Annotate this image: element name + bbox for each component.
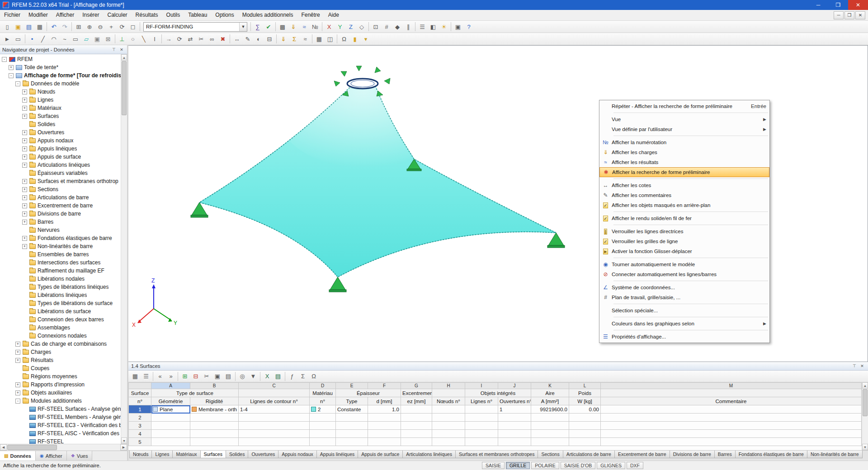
sheet-tab-surfaces[interactable]: Surfaces xyxy=(200,451,226,458)
grid-cell[interactable] xyxy=(190,438,239,446)
sheet-tab-surfaces-et-membranes-orthotropes[interactable]: Surfaces et membranes orthotropes xyxy=(455,451,538,458)
navigator-vertical-scrollbar[interactable]: ▲ ▼ xyxy=(121,54,127,444)
expand-icon[interactable]: + xyxy=(22,163,27,168)
grid-cell[interactable] xyxy=(432,422,465,430)
grid-cell[interactable]: Plane xyxy=(151,405,190,414)
expand-icon[interactable]: + xyxy=(22,89,27,94)
mdi-minimize-button[interactable]: ─ xyxy=(834,11,844,19)
select-mode-icon[interactable]: ► xyxy=(2,34,13,44)
chevron-down-icon[interactable]: ▼ xyxy=(239,23,247,31)
context-item-plan-de-travail-grille-saisie[interactable]: #Plan de travail, grille/saisie, ... xyxy=(599,292,769,302)
tree-item-coupes[interactable]: Coupes xyxy=(0,364,121,372)
tree-item-rapports-d-impression[interactable]: +Rapports d'impression xyxy=(0,381,121,389)
expand-icon[interactable]: + xyxy=(15,350,20,355)
grid-cell[interactable] xyxy=(531,430,569,438)
imperfection-icon[interactable]: ≈ xyxy=(300,34,311,44)
delete-row-icon[interactable]: ⊟ xyxy=(190,371,201,381)
sheet-tab-fondations-elastiques-de-barre[interactable]: Fondations élastiques de barre xyxy=(735,451,807,458)
expand-icon[interactable]: + xyxy=(22,244,27,249)
sheet-tab-ouvertures[interactable]: Ouvertures xyxy=(248,451,278,458)
grid-cell[interactable]: 1.0 xyxy=(368,405,401,414)
grid-cell[interactable] xyxy=(190,414,239,422)
expand-icon[interactable]: + xyxy=(22,114,27,119)
row-header-3[interactable]: 3 xyxy=(129,422,151,430)
expand-icon[interactable]: + xyxy=(22,236,27,241)
grid-cell[interactable] xyxy=(190,422,239,430)
tree-item-objets-auxiliaires[interactable]: +Objets auxiliaires xyxy=(0,389,121,397)
grid-cell[interactable]: 0.00 xyxy=(569,405,601,414)
context-item-vue-definie-par-l-utilisateur[interactable]: Vue définie par l'utilisateur▶ xyxy=(599,124,769,134)
new-window-icon[interactable]: ▣ xyxy=(453,22,463,32)
insert-row-icon[interactable]: ⊞ xyxy=(179,371,190,381)
tree-item-articulations-lineiques[interactable]: +Articulations linéiques xyxy=(0,161,121,169)
zoom-in-icon[interactable]: ⊕ xyxy=(84,22,95,32)
grid-cell[interactable] xyxy=(239,430,310,438)
tree-item-modules-additionnels[interactable]: -Modules additionnels xyxy=(0,397,121,405)
grid-cell[interactable] xyxy=(368,438,401,446)
display-properties-icon[interactable]: ☰ xyxy=(417,22,428,32)
scroll-down-icon[interactable]: ▼ xyxy=(862,444,868,450)
calculate-all-icon[interactable]: ∑ xyxy=(252,22,263,32)
sheet-tab-articulations-de-barre[interactable]: Articulations de barre xyxy=(563,451,615,458)
find-in-table-icon[interactable]: ◎ xyxy=(237,371,248,381)
minimize-button[interactable]: ─ xyxy=(808,0,828,10)
new-support-icon[interactable]: ⊥ xyxy=(117,34,127,44)
restore-button[interactable]: ❒ xyxy=(828,0,848,10)
menu-modules-additionnels[interactable]: Modules additionnels xyxy=(238,10,297,20)
column-letter-d[interactable]: D xyxy=(310,383,336,389)
menu-fichier[interactable]: Fichier xyxy=(0,10,24,20)
new-member-icon[interactable]: ╲ xyxy=(138,34,149,44)
status-toggle-saisie-d-ob[interactable]: SAISIE D'OB xyxy=(561,462,596,469)
grid-cell[interactable] xyxy=(465,405,498,414)
filter-table-icon[interactable]: ▼ xyxy=(248,371,259,381)
status-toggle-saisie[interactable]: SAISIE xyxy=(482,462,505,469)
sheet-tab-excentrement-de-barre[interactable]: Excentrement de barre xyxy=(614,451,670,458)
grid-cell[interactable] xyxy=(401,414,432,422)
grid-cell[interactable] xyxy=(310,430,336,438)
tree-item-excentrement-de-barre[interactable]: +Excentrement de barre xyxy=(0,202,121,210)
tree-item-lignes[interactable]: +Lignes xyxy=(0,96,121,104)
grid-cell[interactable] xyxy=(336,414,368,422)
tree-item-assemblages[interactable]: Assemblages xyxy=(0,324,121,332)
grid-cell[interactable] xyxy=(239,414,310,422)
default-settings-icon[interactable]: ▾ xyxy=(360,34,371,44)
tree-item-rf-steel-members-analyse-ger[interactable]: RF-STEEL Members - Analyse gér xyxy=(0,413,121,421)
grid-cell[interactable] xyxy=(432,414,465,422)
context-item-afficher-le-rendu-solide-en-fil-de-fer[interactable]: ✓Afficher le rendu solide/en fil de fer xyxy=(599,213,769,223)
pin-icon[interactable]: ⊤ xyxy=(851,363,858,369)
grid-corner-cell[interactable] xyxy=(129,383,151,389)
tree-item-types-de-liberations-de-surface[interactable]: Types de libérations de surface xyxy=(0,299,121,307)
show-results-icon[interactable]: ≈ xyxy=(299,22,310,32)
grid-cell[interactable] xyxy=(601,438,862,446)
tree-item-rf-steel[interactable]: RF-STEEL xyxy=(0,437,121,444)
tree-item-ensembles-de-barres[interactable]: Ensembles de barres xyxy=(0,250,121,258)
new-polyline-icon[interactable]: ~ xyxy=(59,34,70,44)
scroll-up-icon[interactable]: ▲ xyxy=(862,382,868,389)
zoom-all-icon[interactable]: ◻ xyxy=(127,22,138,32)
grid-cell[interactable]: 2 xyxy=(310,405,336,414)
new-line-icon[interactable]: ╱ xyxy=(38,34,48,44)
tree-item-rf-steel-aisc-verification-des-b[interactable]: RF-STEEL AISC - Vérification des b xyxy=(0,429,121,437)
sheet-tab-articulations-lineiques[interactable]: Articulations linéiques xyxy=(402,451,456,458)
column-letter-a[interactable]: A xyxy=(151,383,190,389)
context-item-afficher-la-numerotation[interactable]: №Afficher la numérotation xyxy=(599,137,769,147)
context-item-afficher-les-charges[interactable]: ⇓Afficher les charges xyxy=(599,147,769,157)
tree-item-appuis-de-surface[interactable]: +Appuis de surface xyxy=(0,153,121,161)
context-item-repeter-afficher-la-recherche-de-forme-preliminaire[interactable]: Répéter - Afficher la recherche de forme… xyxy=(599,101,769,111)
menu-options[interactable]: Options xyxy=(211,10,238,20)
grid-cell[interactable] xyxy=(531,422,569,430)
status-toggle-polaire[interactable]: POLAIRE xyxy=(531,462,559,469)
expand-icon[interactable]: + xyxy=(22,212,27,216)
grid-cell[interactable] xyxy=(401,405,432,414)
context-item-tourner-automatiquement-le-modele[interactable]: ◉Tourner automatiquement le modèle xyxy=(599,259,769,269)
tree-item-donnees-de-modele[interactable]: -Données de modèle xyxy=(0,80,121,88)
grid-cell[interactable]: 99219600.0 xyxy=(531,405,569,414)
render-mode-icon[interactable]: ◧ xyxy=(428,22,439,32)
tree-item-n-uds[interactable]: +Nœuds xyxy=(0,88,121,96)
expand-icon[interactable]: + xyxy=(22,106,27,111)
sheet-tab-solides[interactable]: Solides xyxy=(226,451,248,458)
grid-cell[interactable] xyxy=(569,422,601,430)
grid-cell[interactable] xyxy=(601,430,862,438)
show-numbering-icon[interactable]: № xyxy=(310,22,321,32)
tree-item-ouvertures[interactable]: +Ouvertures xyxy=(0,128,121,136)
